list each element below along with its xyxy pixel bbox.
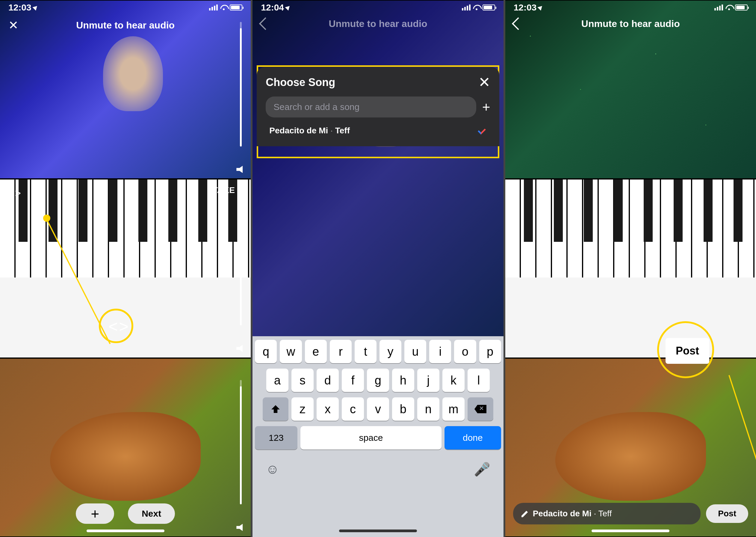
key-u[interactable]: u xyxy=(404,340,426,363)
key-q[interactable]: q xyxy=(255,340,277,363)
checkmark-icon xyxy=(478,128,487,134)
key-i[interactable]: i xyxy=(429,340,451,363)
location-icon xyxy=(538,4,544,11)
status-bar: 12:04 xyxy=(252,0,503,14)
volume-slider[interactable] xyxy=(240,380,242,504)
clip-piano[interactable] xyxy=(505,180,756,357)
wifi-icon xyxy=(473,5,480,10)
emoji-icon[interactable]: ☺ xyxy=(266,462,279,477)
screen-editor: <> TAKE 1 12:03 ✕ Unmute to hear audio +… xyxy=(0,0,251,537)
page-title: Unmute to hear audio xyxy=(329,18,428,29)
home-indicator[interactable] xyxy=(339,529,417,532)
key-done[interactable]: done xyxy=(444,426,501,449)
clip-drums xyxy=(252,1,503,357)
mic-icon[interactable]: 🎤 xyxy=(474,462,490,477)
status-time: 12:03 xyxy=(8,2,31,13)
swap-icon-large: <> xyxy=(108,317,129,336)
key-e[interactable]: e xyxy=(305,340,327,363)
add-song-icon[interactable]: + xyxy=(482,99,490,115)
key-k[interactable]: k xyxy=(442,369,465,392)
key-n[interactable]: n xyxy=(417,397,439,421)
location-icon xyxy=(285,4,291,11)
video-stack: <> TAKE 1 xyxy=(0,0,251,537)
key-z[interactable]: z xyxy=(291,397,314,421)
screen-choose-song: 12:04 Unmute to hear audio Choose Song ✕… xyxy=(252,0,503,537)
search-input[interactable]: Search or add a song xyxy=(266,97,476,117)
key-p[interactable]: p xyxy=(479,340,501,363)
status-bar: 12:03 xyxy=(505,0,756,14)
close-icon[interactable]: ✕ xyxy=(478,78,490,87)
pencil-icon xyxy=(521,510,529,517)
key-s[interactable]: s xyxy=(291,369,314,392)
key-b[interactable]: b xyxy=(392,397,414,421)
close-icon[interactable]: ✕ xyxy=(8,19,19,31)
cellular-icon xyxy=(714,5,723,11)
post-button[interactable]: Post xyxy=(706,504,748,523)
key-m[interactable]: m xyxy=(442,397,465,421)
home-indicator[interactable] xyxy=(87,529,165,532)
swap-icon[interactable]: <> xyxy=(8,187,21,199)
post-badge: Post xyxy=(665,338,709,364)
key-delete[interactable] xyxy=(468,397,493,421)
key-space[interactable]: space xyxy=(300,426,441,449)
battery-icon xyxy=(735,5,748,11)
location-icon xyxy=(32,4,39,11)
status-time: 12:04 xyxy=(261,2,284,13)
screen-post: 12:03 Unmute to hear audio Pedacito de M… xyxy=(505,0,756,537)
top-bar: Unmute to hear audio xyxy=(252,14,503,34)
key-g[interactable]: g xyxy=(367,369,389,392)
key-d[interactable]: d xyxy=(317,369,339,392)
key-l[interactable]: l xyxy=(468,369,490,392)
search-placeholder: Search or add a song xyxy=(274,102,359,112)
key-o[interactable]: o xyxy=(454,340,476,363)
volume-slider[interactable] xyxy=(240,22,242,146)
page-title: Unmute to hear audio xyxy=(582,18,680,29)
take-label: TAKE 1 xyxy=(213,186,242,195)
video-stack xyxy=(505,0,756,537)
page-title: Unmute to hear audio xyxy=(76,20,174,31)
next-button[interactable]: Next xyxy=(128,503,175,524)
key-shift[interactable] xyxy=(263,397,288,421)
volume-slider[interactable] xyxy=(240,201,242,325)
key-r[interactable]: r xyxy=(330,340,352,363)
speaker-icon xyxy=(236,166,244,173)
key-h[interactable]: h xyxy=(392,369,414,392)
song-result[interactable]: Pedacito de Mi · Teff xyxy=(266,124,490,137)
speaker-icon xyxy=(236,345,244,352)
key-w[interactable]: w xyxy=(280,340,302,363)
status-time: 12:03 xyxy=(514,2,537,13)
key-x[interactable]: x xyxy=(317,397,339,421)
top-bar: ✕ Unmute to hear audio xyxy=(0,14,251,37)
status-bar: 12:03 xyxy=(0,0,251,14)
key-a[interactable]: a xyxy=(266,369,288,392)
back-icon[interactable] xyxy=(259,18,272,30)
top-bar: Unmute to hear audio xyxy=(505,14,756,34)
cellular-icon xyxy=(462,5,471,11)
battery-icon xyxy=(482,5,495,11)
wifi-icon xyxy=(220,5,227,10)
song-pill[interactable]: Pedacito de Mi · Teff xyxy=(513,503,701,524)
home-indicator[interactable] xyxy=(591,529,669,532)
song-label: Pedacito de Mi · Teff xyxy=(533,509,612,518)
add-button[interactable]: + xyxy=(76,503,114,524)
key-c[interactable]: c xyxy=(342,397,364,421)
bottom-bar: Pedacito de Mi · Teff Post xyxy=(505,503,756,524)
key-numbers[interactable]: 123 xyxy=(255,426,297,449)
song-label: Pedacito de Mi · Teff xyxy=(269,126,350,136)
battery-icon xyxy=(230,5,242,11)
key-y[interactable]: y xyxy=(380,340,401,363)
modal-title: Choose Song xyxy=(266,76,335,89)
key-j[interactable]: j xyxy=(417,369,439,392)
key-v[interactable]: v xyxy=(367,397,389,421)
back-icon[interactable] xyxy=(511,18,524,30)
wifi-icon xyxy=(726,5,733,10)
callout-dot xyxy=(43,215,50,222)
key-f[interactable]: f xyxy=(342,369,364,392)
bottom-bar: + Next xyxy=(0,503,251,524)
key-t[interactable]: t xyxy=(355,340,376,363)
cellular-icon xyxy=(209,5,218,11)
speaker-icon xyxy=(236,524,244,531)
keyboard: qwertyuiop asdfghjkl zxcvbnm 123 space d… xyxy=(252,336,503,537)
choose-song-modal: Choose Song ✕ Search or add a song + Ped… xyxy=(257,67,499,146)
